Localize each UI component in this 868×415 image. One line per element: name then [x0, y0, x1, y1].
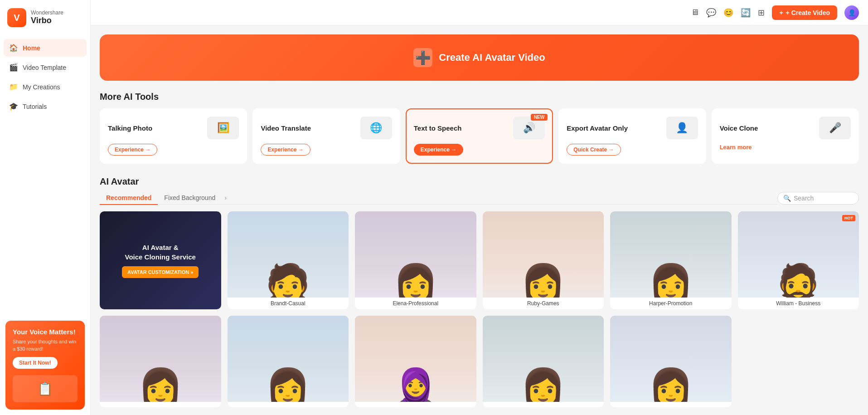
export-avatar-quick-create-button[interactable]: Quick Create →	[567, 144, 621, 156]
main-content: 🖥 💬 😊 🔄 ⊞ + + Create Video 👤 ➕ Create AI…	[91, 0, 868, 415]
ai-avatar-section-title: AI Avatar	[100, 176, 859, 187]
brand-name: Wondershare	[31, 10, 63, 16]
avatar-image-elena: 👩	[355, 211, 476, 298]
hot-badge: HOT	[842, 215, 855, 221]
tool-card-text-to-speech[interactable]: NEW Text to Speech 🔊 Experience →	[406, 108, 553, 164]
sidebar-item-my-creations[interactable]: 📁 My Creations	[4, 78, 87, 96]
sidebar-nav: 🏠 Home 🎬 Video Template 📁 My Creations 🎓…	[0, 35, 90, 119]
video-template-icon: 🎬	[9, 63, 18, 72]
sidebar-item-video-template[interactable]: 🎬 Video Template	[4, 59, 87, 76]
avatar-promo-card[interactable]: AI Avatar &Voice Cloning Service AVATAR …	[100, 211, 221, 309]
create-plus-icon: +	[779, 9, 783, 16]
talking-photo-experience-button[interactable]: Experience →	[108, 144, 157, 156]
monitor-icon[interactable]: 🖥	[691, 8, 699, 17]
content-area: ➕ Create AI Avatar Video More AI Tools T…	[91, 25, 868, 415]
search-placeholder: Search	[794, 195, 814, 202]
avatar-image-row2-3: 🧕	[355, 316, 476, 402]
avatar-card-row2-4[interactable]: 👩	[483, 316, 604, 407]
tool-image: 🎤	[819, 117, 851, 139]
tool-image: 🖼️	[207, 117, 239, 139]
avatar-tabs-group: Recommended Fixed Background ›	[100, 191, 777, 205]
avatar-card-harper[interactable]: 👩 Harper-Promotion	[610, 211, 732, 309]
ai-tools-row: Talking Photo 🖼️ Experience → Video Tran…	[100, 108, 859, 164]
avatar-name-brandt: Brandt-Casual	[228, 298, 349, 309]
tab-more-icon[interactable]: ›	[222, 191, 229, 204]
tool-name: Text to Speech	[414, 124, 462, 132]
product-name: Virbo	[31, 16, 63, 26]
promo-subtitle: Share your thoughts and win a $30 reward…	[13, 338, 78, 352]
avatar-name-row2-5	[610, 402, 732, 407]
sidebar: V Wondershare Virbo 🏠 Home 🎬 Video Templ…	[0, 0, 91, 415]
promo-illustration: 📋	[13, 375, 78, 402]
avatar-card-elena[interactable]: 👩 Elena-Professional	[355, 211, 476, 309]
topbar: 🖥 💬 😊 🔄 ⊞ + + Create Video 👤	[91, 0, 868, 25]
tab-recommended[interactable]: Recommended	[100, 191, 158, 205]
tool-name: Export Avatar Only	[567, 124, 628, 132]
tab-fixed-background[interactable]: Fixed Background	[158, 191, 222, 205]
create-video-button[interactable]: + + Create Video	[772, 5, 837, 20]
avatar-grid: AI Avatar &Voice Cloning Service AVATAR …	[100, 211, 859, 407]
avatar-tabs-row: Recommended Fixed Background › 🔍 Search	[100, 191, 859, 205]
tool-card-voice-clone[interactable]: Voice Clone 🎤 Learn more	[712, 108, 859, 164]
sidebar-item-label: Home	[23, 44, 40, 52]
sidebar-item-home[interactable]: 🏠 Home	[4, 39, 87, 57]
tool-name: Voice Clone	[720, 124, 758, 132]
sidebar-item-label: Video Template	[23, 64, 66, 71]
text-to-speech-experience-button[interactable]: Experience →	[414, 144, 463, 156]
sidebar-promo-card: Your Voice Matters! Share your thoughts …	[5, 321, 85, 410]
refresh-icon[interactable]: 🔄	[741, 8, 751, 18]
avatar-image-row2-4: 👩	[483, 316, 604, 402]
avatar-image-ruby: 👩	[483, 211, 604, 298]
sidebar-item-tutorials[interactable]: 🎓 Tutorials	[4, 98, 87, 115]
new-badge: NEW	[531, 114, 548, 121]
avatar-name-row2-4	[483, 402, 604, 407]
avatar-image-row2-2: 👩	[228, 316, 349, 402]
avatar-card-row2-1[interactable]: 👩	[100, 316, 221, 407]
hero-plus-icon: ➕	[413, 48, 432, 67]
voice-clone-learn-more-link[interactable]: Learn more	[720, 144, 851, 151]
promo-start-button[interactable]: Start It Now!	[13, 357, 58, 369]
avatar-name-row2-1	[100, 402, 221, 407]
tool-name: Video Translate	[261, 124, 311, 132]
avatar-name-harper: Harper-Promotion	[610, 298, 732, 309]
app-logo: V Wondershare Virbo	[0, 0, 90, 35]
avatar-card-row2-3[interactable]: 🧕	[355, 316, 476, 407]
tool-card-talking-photo[interactable]: Talking Photo 🖼️ Experience →	[100, 108, 247, 164]
tool-card-video-translate[interactable]: Video Translate 🌐 Experience →	[252, 108, 400, 164]
promo-card-title: AI Avatar &Voice Cloning Service	[125, 243, 196, 262]
avatar-card-row2-5[interactable]: 👩	[610, 316, 732, 407]
avatar-card-brandt[interactable]: 🧑 Brandt-Casual	[228, 211, 349, 309]
hero-title: Create AI Avatar Video	[439, 52, 545, 63]
avatar-name-elena: Elena-Professional	[355, 298, 476, 309]
avatar-image-row2-1: 👩	[100, 316, 221, 402]
message-icon[interactable]: 💬	[706, 8, 716, 18]
search-icon: 🔍	[783, 195, 791, 202]
emoji-icon[interactable]: 😊	[723, 8, 733, 18]
avatar-name-ruby: Ruby-Games	[483, 298, 604, 309]
hero-banner[interactable]: ➕ Create AI Avatar Video	[100, 34, 859, 81]
avatar-card-ruby[interactable]: 👩 Ruby-Games	[483, 211, 604, 309]
avatar-image-harper: 👩	[610, 211, 732, 298]
tool-card-export-avatar[interactable]: Export Avatar Only 👤 Quick Create →	[558, 108, 706, 164]
avatar-card-row2-2[interactable]: 👩	[228, 316, 349, 407]
avatar-customization-button[interactable]: AVATAR CUSTOMIZATION »	[122, 266, 199, 278]
logo-icon: V	[7, 8, 26, 27]
video-translate-experience-button[interactable]: Experience →	[261, 144, 310, 156]
avatar-search-box[interactable]: 🔍 Search	[777, 192, 859, 205]
sidebar-item-label: My Creations	[23, 83, 60, 91]
avatar-image-brandt: 🧑	[228, 211, 349, 298]
home-icon: 🏠	[9, 44, 18, 52]
ai-tools-section-title: More AI Tools	[100, 92, 859, 102]
avatar-name-row2-3	[355, 402, 476, 407]
avatar-card-william[interactable]: HOT 🧔 William - Business	[738, 211, 859, 309]
tool-image: 🌐	[360, 117, 392, 139]
avatar-name-william: William - Business	[738, 298, 859, 309]
user-avatar[interactable]: 👤	[844, 5, 859, 20]
avatar-name-row2-2	[228, 402, 349, 407]
sidebar-item-label: Tutorials	[23, 103, 47, 110]
tool-name: Talking Photo	[108, 124, 152, 132]
tutorials-icon: 🎓	[9, 102, 18, 111]
avatar-image-william: 🧔	[738, 211, 859, 298]
grid-icon[interactable]: ⊞	[758, 8, 765, 18]
tool-image: 👤	[666, 117, 698, 139]
